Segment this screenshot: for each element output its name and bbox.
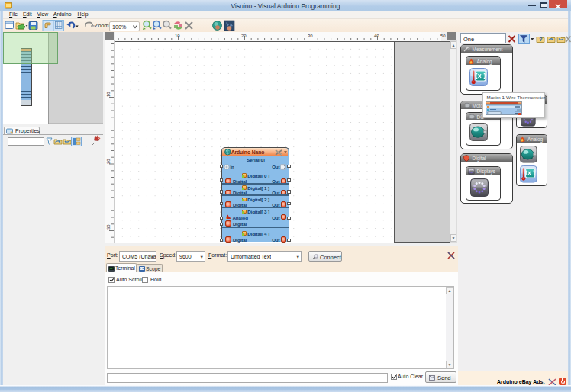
svg-text:10: 10 bbox=[175, 34, 180, 38]
svg-text:30: 30 bbox=[106, 224, 111, 230]
svg-text:10: 10 bbox=[106, 92, 111, 97]
svg-text:30: 30 bbox=[308, 34, 313, 38]
svg-text:40: 40 bbox=[374, 34, 379, 38]
svg-text:?: ? bbox=[539, 36, 543, 43]
svg-text:20: 20 bbox=[106, 159, 111, 164]
svg-text:50: 50 bbox=[440, 34, 446, 38]
svg-text:20: 20 bbox=[241, 34, 247, 38]
